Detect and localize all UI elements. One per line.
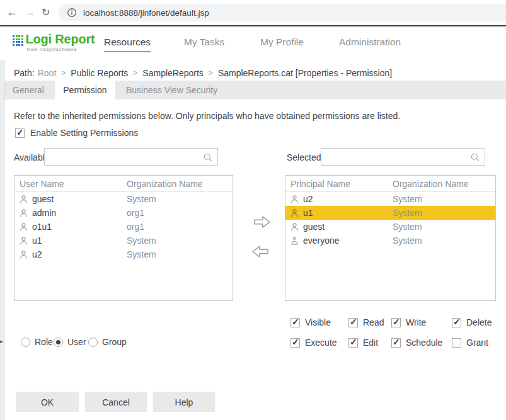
nav-my-tasks[interactable]: My Tasks	[184, 37, 224, 51]
chevron-right-icon: >	[209, 69, 213, 77]
write-checkbox[interactable]	[391, 318, 401, 327]
schedule-checkbox[interactable]	[391, 338, 401, 348]
chevron-right-icon: >	[133, 69, 137, 77]
column-header-user-name: User Name	[14, 179, 127, 189]
move-left-button[interactable]	[251, 244, 269, 259]
arrow-left-icon	[251, 244, 269, 259]
enable-permissions-row: Enable Setting Permissions	[15, 128, 138, 138]
permission-edit: Edit	[348, 338, 378, 348]
available-users-table: User Name Organization Name guest System…	[14, 175, 233, 301]
selected-search-box	[321, 148, 485, 166]
column-header-organization-name: Organization Name	[127, 179, 203, 189]
checkbox-label: Read	[363, 317, 384, 327]
organization-name: System	[393, 236, 422, 246]
table-row[interactable]: o1u1 org1	[14, 220, 233, 234]
table-row[interactable]: guest System	[14, 192, 233, 206]
breadcrumb-public-reports[interactable]: Public Reports	[71, 68, 128, 78]
user-icon	[290, 222, 299, 232]
available-search-box	[44, 148, 218, 166]
logo-subtitle: from insightsoftware	[27, 47, 95, 52]
checkbox-label: Visible	[305, 317, 331, 327]
checkbox-label: Write	[406, 317, 426, 327]
everyone-group-icon	[290, 236, 299, 246]
permission-visible: Visible	[290, 317, 331, 327]
organization-name: System	[127, 236, 156, 246]
browser-forward-icon[interactable]: →	[24, 5, 35, 19]
screen: ← → ↻ localhost:8888/jinfonet/default.js…	[0, 0, 506, 420]
user-name: u1	[32, 236, 127, 246]
permission-delete: Delete	[452, 317, 492, 327]
cancel-button[interactable]: Cancel	[85, 392, 147, 412]
permission-grant: Grant	[452, 338, 488, 348]
breadcrumb-samplereports[interactable]: SampleReports	[142, 68, 204, 78]
page-info-icon[interactable]	[67, 8, 77, 18]
user-name: o1u1	[32, 222, 127, 232]
permission-execute: Execute	[290, 338, 337, 348]
nav-administration[interactable]: Administration	[339, 37, 401, 51]
browser-url-bar[interactable]: localhost:8888/jinfonet/default.jsp	[59, 4, 506, 21]
permission-checkbox-grid: Visible Read Write Delete Execute Edit S…	[290, 317, 506, 358]
user-radio-button[interactable]	[54, 338, 63, 347]
user-icon	[290, 208, 299, 218]
user-icon	[19, 250, 28, 259]
move-right-button[interactable]	[253, 215, 271, 229]
nav-my-profile[interactable]: My Profile	[260, 37, 304, 51]
column-header-principal-name: Principal Name	[285, 179, 393, 189]
chevron-right-icon: >	[61, 69, 66, 77]
group-radio-button[interactable]	[88, 338, 98, 347]
table-row[interactable]: u1 System	[285, 206, 495, 220]
table-row[interactable]: guest System	[285, 220, 495, 234]
table-header: Principal Name Organization Name	[285, 176, 495, 192]
radio-label: Role	[35, 337, 53, 347]
logo-title: Logi Report	[26, 32, 95, 46]
radio-role[interactable]: Role	[21, 337, 53, 347]
table-row[interactable]: u1 System	[14, 234, 233, 247]
organization-name: org1	[127, 222, 144, 232]
enable-permissions-checkbox[interactable]	[15, 128, 25, 138]
search-icon	[470, 152, 480, 162]
table-row[interactable]: admin org1	[14, 206, 233, 220]
panel-expand-icon[interactable]: ▸	[0, 338, 3, 344]
permission-write: Write	[391, 317, 426, 327]
instruction-text: Refer to the inherited permissions below…	[14, 111, 400, 121]
principal-name: u2	[303, 194, 393, 204]
tab-permission[interactable]: Permission	[55, 81, 115, 99]
organization-name: System	[393, 222, 422, 232]
tab-business-view-security[interactable]: Business View Security	[118, 81, 226, 99]
nav-resources[interactable]: Resources	[104, 37, 151, 52]
radio-user[interactable]: User	[54, 337, 86, 347]
browser-chrome: ← → ↻ localhost:8888/jinfonet/default.js…	[0, 0, 506, 26]
available-search-input[interactable]	[45, 149, 202, 165]
user-icon	[19, 208, 28, 218]
radio-group[interactable]: Group	[88, 337, 127, 347]
read-checkbox[interactable]	[348, 318, 358, 327]
permission-schedule: Schedule	[391, 338, 442, 348]
table-row[interactable]: everyone System	[285, 234, 495, 247]
search-icon	[203, 152, 213, 162]
execute-checkbox[interactable]	[290, 338, 300, 348]
visible-checkbox[interactable]	[290, 318, 300, 327]
principal-name: u1	[303, 208, 393, 218]
table-row[interactable]: u2 System	[285, 192, 495, 206]
help-button[interactable]: Help	[153, 392, 215, 412]
role-radio-button[interactable]	[21, 338, 30, 347]
logo[interactable]: Logi Report from insightsoftware	[13, 32, 95, 52]
radio-label: User	[67, 337, 86, 347]
ok-button[interactable]: OK	[16, 392, 79, 412]
breadcrumb-root[interactable]: Root	[38, 68, 57, 78]
left-panel-strip[interactable]: ▸	[0, 60, 4, 420]
grant-checkbox[interactable]	[452, 338, 461, 348]
tab-general[interactable]: General	[4, 81, 52, 99]
delete-checkbox[interactable]	[452, 318, 461, 327]
browser-refresh-icon[interactable]: ↻	[42, 6, 50, 20]
edit-checkbox[interactable]	[348, 338, 358, 348]
breadcrumb-prefix: Path:	[14, 68, 35, 78]
selected-search-input[interactable]	[321, 149, 469, 165]
table-row[interactable]: u2 System	[14, 247, 233, 261]
organization-name: System	[127, 249, 156, 259]
browser-back-icon[interactable]: ←	[6, 5, 18, 19]
organization-name: System	[393, 194, 422, 204]
logo-grid-icon	[13, 35, 23, 46]
permission-read: Read	[348, 317, 384, 327]
breadcrumb: Path: Root > Public Reports > SampleRepo…	[14, 68, 392, 78]
